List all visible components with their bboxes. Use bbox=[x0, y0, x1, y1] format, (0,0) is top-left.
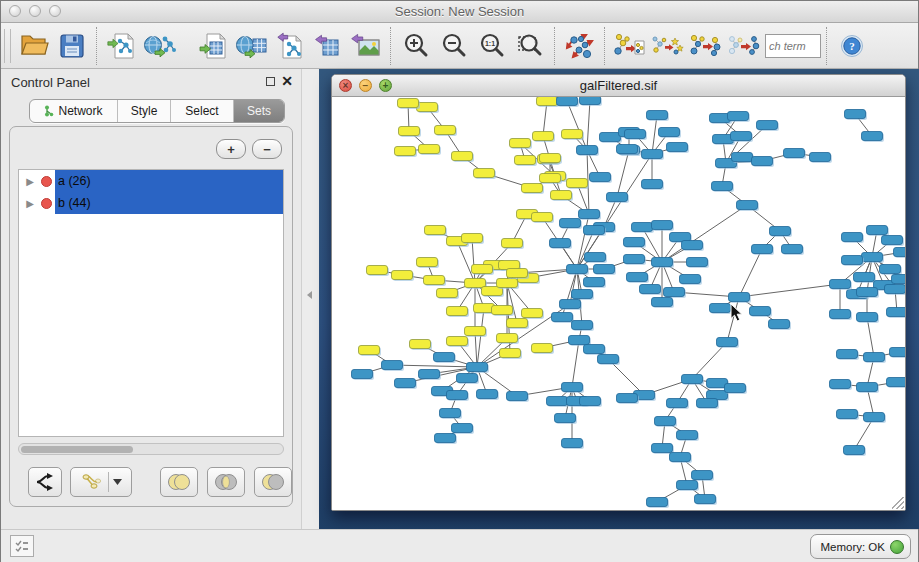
graph-node[interactable] bbox=[642, 150, 663, 159]
graph-node[interactable] bbox=[398, 99, 419, 108]
graph-node[interactable] bbox=[887, 378, 906, 387]
graph-node[interactable] bbox=[352, 370, 373, 379]
split-set-button[interactable] bbox=[28, 467, 62, 497]
expander-icon[interactable]: ▶ bbox=[19, 198, 41, 209]
graph-node[interactable] bbox=[419, 145, 440, 154]
graph-node[interactable] bbox=[367, 266, 388, 275]
graph-node[interactable] bbox=[842, 233, 863, 242]
graph-node[interactable] bbox=[710, 304, 731, 313]
window-titlebar[interactable]: Session: New Session bbox=[1, 1, 918, 23]
graph-node[interactable] bbox=[572, 321, 593, 330]
graph-node[interactable] bbox=[600, 133, 621, 142]
graph-node[interactable] bbox=[555, 414, 576, 423]
graph-node[interactable] bbox=[830, 280, 851, 289]
graph-node[interactable] bbox=[624, 238, 645, 247]
graph-node[interactable] bbox=[894, 248, 906, 257]
graph-node[interactable] bbox=[465, 327, 486, 336]
export-table-button[interactable] bbox=[309, 27, 347, 65]
graph-node[interactable] bbox=[757, 121, 778, 130]
list-item[interactable]: ▶ b (44) bbox=[19, 192, 283, 214]
new-network-hide-unselected-button[interactable] bbox=[725, 27, 763, 65]
graph-node[interactable] bbox=[729, 293, 750, 302]
graph-node[interactable] bbox=[437, 289, 458, 298]
set-intersection-button[interactable] bbox=[207, 467, 245, 497]
search-input[interactable]: ch term bbox=[765, 34, 821, 58]
graph-node[interactable] bbox=[562, 383, 583, 392]
graph-node[interactable] bbox=[830, 380, 851, 389]
graph-node[interactable] bbox=[417, 258, 438, 267]
graph-node[interactable] bbox=[462, 234, 483, 243]
graph-node[interactable] bbox=[584, 226, 605, 235]
tab-select[interactable]: Select bbox=[171, 100, 234, 122]
graph-node[interactable] bbox=[854, 273, 875, 282]
graph-node[interactable] bbox=[532, 344, 553, 353]
apply-layout-button[interactable] bbox=[561, 27, 599, 65]
graph-node[interactable] bbox=[752, 245, 773, 254]
tab-sets[interactable]: Sets bbox=[234, 100, 284, 122]
graph-node[interactable] bbox=[395, 147, 416, 156]
export-network-button[interactable] bbox=[271, 27, 309, 65]
graph-node[interactable] bbox=[882, 236, 903, 245]
graph-node[interactable] bbox=[677, 481, 698, 490]
graph-node[interactable] bbox=[682, 241, 703, 250]
list-item[interactable]: ▶ a (26) bbox=[19, 170, 283, 192]
graph-node[interactable] bbox=[769, 320, 790, 329]
memory-status-button[interactable]: Memory: OK bbox=[810, 534, 911, 559]
graph-node[interactable] bbox=[557, 97, 578, 106]
graph-node[interactable] bbox=[382, 361, 403, 370]
graph-node[interactable] bbox=[452, 152, 473, 161]
panel-splitter[interactable] bbox=[301, 69, 320, 529]
graph-node[interactable] bbox=[580, 97, 601, 105]
graph-node[interactable] bbox=[395, 379, 416, 388]
graph-node[interactable] bbox=[737, 201, 758, 210]
graph-node[interactable] bbox=[567, 265, 588, 274]
graph-node[interactable] bbox=[540, 174, 561, 183]
graph-node[interactable] bbox=[465, 279, 486, 288]
graph-node[interactable] bbox=[467, 363, 488, 372]
graph-node[interactable] bbox=[502, 239, 523, 248]
graph-node[interactable] bbox=[892, 275, 906, 284]
graph-node[interactable] bbox=[537, 97, 558, 106]
graph-node[interactable] bbox=[625, 130, 646, 139]
zoom-out-button[interactable] bbox=[435, 27, 473, 65]
graph-node[interactable] bbox=[447, 337, 468, 346]
horizontal-scrollbar[interactable] bbox=[18, 443, 284, 455]
graph-node[interactable] bbox=[837, 410, 858, 419]
graph-node[interactable] bbox=[607, 193, 628, 202]
graph-node[interactable] bbox=[642, 180, 663, 189]
graph-node[interactable] bbox=[830, 310, 851, 319]
graph-node[interactable] bbox=[419, 370, 440, 379]
graph-node[interactable] bbox=[560, 300, 581, 309]
graph-node[interactable] bbox=[728, 112, 749, 121]
graph-node[interactable] bbox=[857, 313, 878, 322]
graph-node[interactable] bbox=[667, 399, 688, 408]
graph-node[interactable] bbox=[862, 132, 883, 141]
graph-node[interactable] bbox=[572, 290, 593, 299]
graph-node[interactable] bbox=[507, 392, 528, 401]
save-session-button[interactable] bbox=[53, 27, 91, 65]
graph-node[interactable] bbox=[844, 446, 865, 455]
graph-node[interactable] bbox=[533, 132, 554, 141]
graph-node[interactable] bbox=[837, 350, 858, 359]
graph-node[interactable] bbox=[447, 391, 468, 400]
graph-node[interactable] bbox=[474, 169, 495, 178]
resize-grip[interactable] bbox=[892, 497, 904, 509]
graph-node[interactable] bbox=[885, 285, 906, 294]
graph-node[interactable] bbox=[477, 390, 498, 399]
graph-node[interactable] bbox=[562, 439, 583, 448]
graph-node[interactable] bbox=[842, 256, 863, 265]
remove-set-button[interactable]: − bbox=[252, 139, 282, 159]
scrollbar-thumb[interactable] bbox=[21, 446, 133, 453]
graph-node[interactable] bbox=[782, 245, 803, 254]
graph-node[interactable] bbox=[864, 353, 885, 362]
graph-node[interactable] bbox=[867, 226, 888, 235]
graph-node[interactable] bbox=[359, 346, 380, 355]
network-graph[interactable] bbox=[332, 97, 905, 510]
float-panel-icon[interactable] bbox=[266, 77, 275, 86]
graph-node[interactable] bbox=[472, 265, 493, 274]
graph-node[interactable] bbox=[624, 255, 645, 264]
graph-node[interactable] bbox=[717, 338, 738, 347]
graph-node[interactable] bbox=[627, 273, 648, 282]
graph-node[interactable] bbox=[784, 149, 805, 158]
graph-node[interactable] bbox=[857, 383, 878, 392]
